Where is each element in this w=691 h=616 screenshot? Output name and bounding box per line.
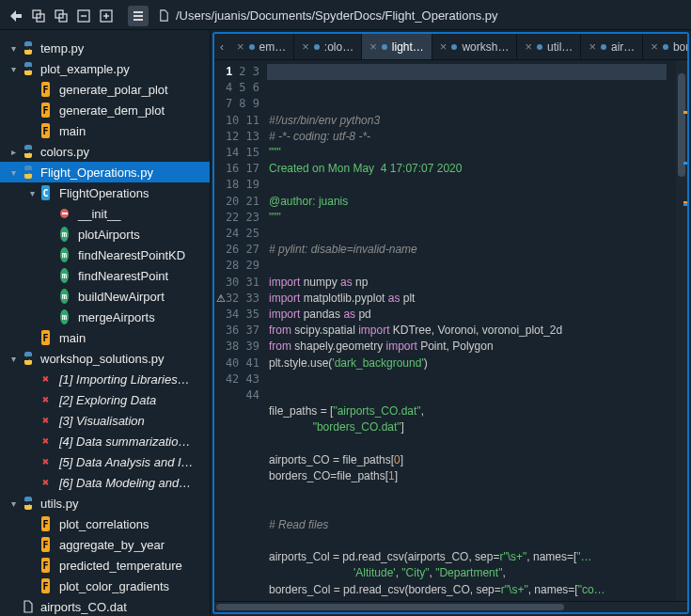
outline-label: airports_CO.dat [40,600,127,614]
outline-node[interactable]: ✖[3] Visualisation [0,410,210,431]
fn-icon: F [39,123,55,138]
outline-node[interactable]: ✖[1] Importing Libraries… [0,369,210,389]
outline-label: main [59,331,86,345]
outline-node[interactable]: ▾CFlightOperations [0,182,210,203]
close-icon[interactable]: × [237,39,244,54]
tabs-scroll-left[interactable]: ‹ [214,40,229,54]
outline-node[interactable]: ▸colors.py [0,141,210,162]
outline-node[interactable]: mfindNearestPoint [0,265,210,286]
options-menu-button[interactable] [128,6,149,26]
cell-icon: ✖ [39,413,55,428]
outline-node[interactable]: mmergeAirports [0,307,210,327]
py-icon [21,351,36,366]
cell-icon: ✖ [39,475,55,490]
close-icon[interactable]: × [651,39,658,54]
tab-label: :olo… [324,40,353,54]
outline-node[interactable]: ▾workshop_solutions.py [0,348,210,369]
tab[interactable]: ×light… [362,34,432,59]
tab[interactable]: ×bor… [643,34,687,59]
hscroll-thumb[interactable] [216,604,564,610]
fn-icon: F [39,82,55,97]
meth-icon: m [58,289,73,304]
outline-node[interactable]: Fplot_correlations [0,513,210,534]
expand-tree-button[interactable] [96,6,117,26]
tab[interactable]: ×:olo… [294,34,362,59]
fn-icon: F [39,558,55,573]
outline-node[interactable]: ✖[5] Data Analysis and I… [0,451,210,472]
outline-node[interactable]: ✖[6] Data Modeling and… [0,472,210,493]
tab-label: bor… [673,40,687,54]
tab[interactable]: ×em… [229,34,294,59]
vertical-scrollbar[interactable] [676,60,687,601]
tab[interactable]: ×util… [517,34,581,59]
close-icon[interactable]: × [525,39,532,54]
outline-node[interactable]: Fpredicted_temperature [0,555,210,576]
outline-node[interactable]: ▾temp.py [0,38,210,58]
py-icon [21,144,36,159]
meth-icon: m [58,227,73,242]
outline-node[interactable]: Faggregate_by_year [0,534,210,555]
init-icon [58,206,73,221]
outline-label: findNearestPointKD [78,248,185,262]
py-icon [21,165,36,180]
tab-label: air… [611,40,635,54]
outline-tree[interactable]: ▾temp.py▾plot_example.pyFgenerate_polar_… [0,30,211,616]
tab-label: em… [259,40,287,54]
svg-point-18 [663,44,668,50]
close-icon[interactable]: × [369,39,377,54]
code-editor[interactable]: #!/usr/bin/env python3 # -*- coding: utf… [267,60,676,601]
gutter-marks: ⚠ [214,64,228,616]
outline-node[interactable]: mplotAirports [0,224,210,245]
outline-node[interactable]: ▾utils.py [0,493,210,513]
meth-icon: m [58,309,73,324]
svg-point-16 [537,44,542,50]
outline-node[interactable]: Fplot_color_gradients [0,576,210,596]
outline-node[interactable]: mfindNearestPointKD [0,245,210,265]
outline-node[interactable]: Fgenerate_dem_plot [0,100,210,120]
outline-label: utils.py [40,497,78,511]
copy-stack-icon-a[interactable] [28,6,49,26]
tab-dot-icon [313,43,321,51]
fn-icon: F [39,537,55,552]
tab-dot-icon [450,43,458,51]
outline-node[interactable]: airports_CO.dat [0,596,210,616]
outline-label: [6] Data Modeling and… [59,476,191,490]
outline-node[interactable]: ▾Flight_Operations.py [0,162,210,182]
svg-point-14 [382,44,387,50]
outline-label: generate_polar_plot [59,83,168,97]
fn-icon: F [39,103,55,118]
outline-node[interactable]: __init__ [0,203,210,224]
collapse-tree-button[interactable] [73,6,94,26]
close-icon[interactable]: × [589,39,596,54]
cell-icon: ✖ [39,454,55,469]
horizontal-scrollbar[interactable] [214,601,687,612]
outline-label: [2] Exploring Data [59,393,156,407]
outline-node[interactable]: ✖[4] Data summarizatio… [0,431,210,451]
py-icon [21,61,36,76]
tab[interactable]: ×air… [581,34,643,59]
outline-node[interactable]: Fgenerate_polar_plot [0,79,210,100]
scrollbar-marks [683,60,687,601]
cell-icon: ✖ [39,371,55,387]
outline-label: colors.py [40,145,89,159]
cell-icon: ✖ [39,392,55,407]
outline-node[interactable]: ✖[2] Exploring Data [0,389,210,410]
outline-node[interactable]: Fmain [0,120,210,141]
copy-stack-icon-b[interactable] [51,6,71,26]
outline-node[interactable]: mbuildNewAirport [0,286,210,307]
outline-label: plot_example.py [40,62,130,76]
outline-label: __init__ [78,207,121,221]
close-icon[interactable]: × [302,39,309,54]
tab-dot-icon [536,43,543,51]
outline-node[interactable]: ▾plot_example.py [0,58,210,79]
editor-pane: ‹ ×em…×:olo…×light…×worksh…×util…×air…×b… [212,32,689,614]
back-button[interactable] [6,6,26,26]
outline-label: [3] Visualisation [59,414,145,428]
close-icon[interactable]: × [440,39,448,54]
tab[interactable]: ×worksh… [432,34,518,59]
outline-label: [5] Data Analysis and I… [59,455,194,469]
outline-label: aggregate_by_year [59,538,165,552]
outline-node[interactable]: Fmain [0,327,210,348]
tab-dot-icon [662,43,669,51]
outline-label: generate_dem_plot [59,103,165,118]
